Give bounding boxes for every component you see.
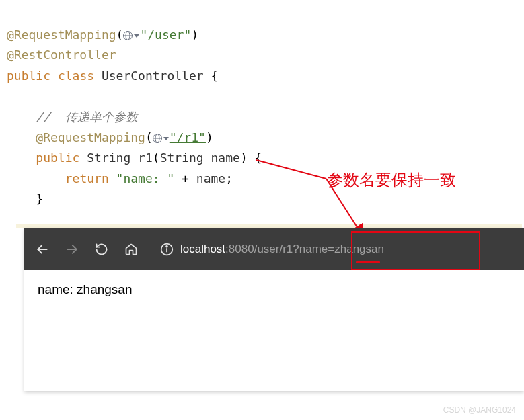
string-name: "name: " <box>116 171 175 185</box>
home-button[interactable] <box>124 242 139 257</box>
callout-text: 参数名要保持一致 <box>327 169 456 191</box>
param-type: String <box>160 151 204 165</box>
comment-pass-param: // 传递单个参数 <box>36 110 137 124</box>
param-name: name <box>211 151 240 165</box>
brace-close-inner: } <box>36 192 43 206</box>
mapping-r1-path: "/r1" <box>170 130 206 144</box>
annotation-requestmapping-r1: @RequestMapping <box>36 130 145 144</box>
keyword-return: return <box>65 171 109 185</box>
reload-button[interactable] <box>94 242 109 257</box>
highlight-box <box>351 231 480 270</box>
plus-op: + <box>174 171 196 185</box>
watermark: CSDN @JANG1024 <box>443 405 516 415</box>
highlight-underline <box>356 261 380 263</box>
globe-icon <box>123 31 133 40</box>
browser-content: name: zhangsan <box>24 270 524 391</box>
class-name: UserController <box>102 69 204 83</box>
chevron-down-icon[interactable] <box>163 137 169 140</box>
semicolon: ; <box>225 171 233 185</box>
annotation-requestmapping: @RequestMapping <box>7 28 116 42</box>
keyword-public: public <box>36 151 79 165</box>
response-body: name: zhangsan <box>38 282 133 296</box>
forward-button[interactable] <box>65 242 79 257</box>
svg-point-7 <box>166 246 167 247</box>
address-bar[interactable]: localhost:8080/user/r1?name=zhangsan <box>160 243 384 256</box>
keyword-class: class <box>58 69 94 83</box>
sig-close: ) { <box>240 151 262 165</box>
var-name: name <box>196 171 225 185</box>
brace-open: { <box>211 69 218 83</box>
info-icon <box>160 243 174 256</box>
annotation-restcontroller: @RestController <box>7 48 116 62</box>
globe-icon <box>153 134 162 143</box>
keyword-public: public <box>7 69 50 83</box>
chevron-down-icon[interactable] <box>134 34 139 38</box>
back-button[interactable] <box>35 242 50 257</box>
return-type: String <box>87 151 130 165</box>
method-r1: r1 <box>138 151 153 165</box>
mapping-user-path: "/user" <box>140 28 191 42</box>
